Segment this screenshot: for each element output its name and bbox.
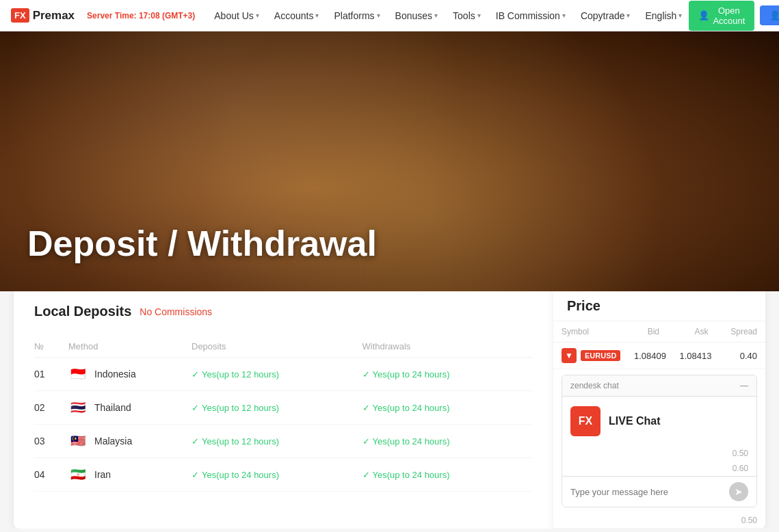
chevron-down-icon: ▾ <box>477 12 481 19</box>
chevron-down-icon: ▾ <box>626 12 630 19</box>
logo[interactable]: FX Premax <box>11 8 75 23</box>
price-col-symbol: Symbol <box>562 327 611 336</box>
nav-copytrade[interactable]: Copytrade ▾ <box>574 0 637 31</box>
nav-ib-commission[interactable]: IB Commission ▾ <box>489 0 572 31</box>
row-country: 🇹🇭 Thailand <box>68 391 192 425</box>
row-withdrawal: Yes(up to 24 hours) <box>362 391 533 425</box>
price-row-eurusd: ▼ EURUSD 1.08409 1.08413 0.40 <box>553 343 765 369</box>
chat-header: zendesk chat — <box>562 375 756 397</box>
chevron-down-icon: ▾ <box>315 12 319 19</box>
check-withdrawal-icon: Yes(up to 24 hours) <box>362 369 450 380</box>
chat-body: FX LIVE Chat <box>562 397 756 446</box>
navbar: FX Premax Server Time: 17:08 (GMT+3) Abo… <box>0 0 779 31</box>
panel-title: Local Deposits <box>34 304 131 319</box>
server-time-value: 17:08 (GMT+3) <box>139 11 195 21</box>
chat-input-row: ➤ <box>562 476 756 507</box>
spread-value: 0.40 <box>711 351 757 361</box>
col-withdrawals: Withdrawals <box>362 336 533 358</box>
table-row: 01 🇮🇩 Indonesia Yes(up to 12 hours) Yes(… <box>34 358 533 391</box>
hero-section: Deposit / Withdrawal <box>0 31 779 291</box>
logo-name: Premax <box>33 9 75 23</box>
price-col-spread: Spread <box>709 327 758 336</box>
col-deposits: Deposits <box>192 336 362 358</box>
ask-value: 1.08413 <box>666 351 712 361</box>
row-deposit: Yes(up to 12 hours) <box>192 425 362 458</box>
nav-platforms[interactable]: Platforms ▾ <box>327 0 386 31</box>
logo-fx: FX <box>11 8 29 23</box>
nav-links: About Us ▾ Accounts ▾ Platforms ▾ Bonuse… <box>207 0 689 31</box>
down-arrow-button[interactable]: ▼ <box>562 348 577 363</box>
flag-icon: 🇮🇩 <box>68 367 88 381</box>
chat-close-icon[interactable]: — <box>740 381 748 390</box>
chat-send-button[interactable]: ➤ <box>729 482 748 501</box>
nav-tools[interactable]: Tools ▾ <box>446 0 488 31</box>
chat-input[interactable] <box>570 487 729 497</box>
no-commission-badge: No Commissions <box>140 306 212 317</box>
flag-icon: 🇮🇷 <box>68 468 88 481</box>
chat-spread-2: 0.60 <box>562 461 756 476</box>
price-table-header: Symbol Bid Ask Spread <box>553 321 765 343</box>
row-num: 01 <box>34 358 68 391</box>
chevron-down-icon: ▾ <box>256 12 259 19</box>
col-no: № <box>34 336 68 358</box>
check-withdrawal-icon: Yes(up to 24 hours) <box>362 403 450 413</box>
chevron-down-icon: ▾ <box>377 12 380 19</box>
price-symbol-cell: ▼ EURUSD <box>562 348 620 363</box>
row-num: 03 <box>34 425 68 458</box>
nav-actions: 👤 Open Account 👤 Login <box>689 1 779 31</box>
chevron-down-icon: ▾ <box>678 12 682 19</box>
user-plus-icon: 👤 <box>698 10 709 21</box>
country-name: Thailand <box>94 402 131 413</box>
row-withdrawal: Yes(up to 24 hours) <box>362 458 533 492</box>
row-country: 🇮🇩 Indonesia <box>68 358 192 391</box>
server-time: Server Time: 17:08 (GMT+3) <box>87 11 195 21</box>
table-row: 04 🇮🇷 Iran Yes(up to 24 hours) Yes(up to… <box>34 458 533 492</box>
row-country: 🇲🇾 Malaysia <box>68 425 192 458</box>
row-num: 02 <box>34 391 68 425</box>
server-time-label: Server Time: <box>87 11 137 21</box>
row-num: 04 <box>34 458 68 492</box>
panel-header: Local Deposits No Commissions <box>34 304 533 319</box>
flag-icon: 🇲🇾 <box>68 434 88 448</box>
price-col-bid: Bid <box>611 327 660 336</box>
table-row: 03 🇲🇾 Malaysia Yes(up to 12 hours) Yes(u… <box>34 425 533 458</box>
check-deposit-icon: Yes(up to 24 hours) <box>192 470 279 480</box>
check-deposit-icon: Yes(up to 12 hours) <box>192 403 279 413</box>
nav-accounts[interactable]: Accounts ▾ <box>267 0 326 31</box>
check-deposit-icon: Yes(up to 12 hours) <box>192 369 279 380</box>
hero-title: Deposit / Withdrawal <box>27 223 377 264</box>
row-country: 🇮🇷 Iran <box>68 458 192 492</box>
country-name: Malaysia <box>94 436 132 447</box>
price-panel: Price Symbol Bid Ask Spread ▼ EURUSD 1.0… <box>553 284 765 529</box>
fx-logo-chat: FX <box>570 406 600 436</box>
row-withdrawal: Yes(up to 24 hours) <box>362 425 533 458</box>
live-chat-label: LIVE Chat <box>609 415 661 427</box>
nav-language[interactable]: English ▾ <box>638 0 689 31</box>
row-deposit: Yes(up to 12 hours) <box>192 391 362 425</box>
check-withdrawal-icon: Yes(up to 24 hours) <box>362 470 450 480</box>
extra-spread-1: 0.50 <box>553 513 765 529</box>
chevron-down-icon: ▾ <box>434 12 438 19</box>
open-account-button[interactable]: 👤 Open Account <box>689 1 754 31</box>
chat-header-label: zendesk chat <box>570 381 619 390</box>
price-col-ask: Ask <box>659 327 709 336</box>
col-method: Method <box>68 336 192 358</box>
chevron-down-icon: ▾ <box>562 12 566 19</box>
chat-spread-1: 0.50 <box>562 446 756 461</box>
row-withdrawal: Yes(up to 24 hours) <box>362 358 533 391</box>
check-withdrawal-icon: Yes(up to 24 hours) <box>362 436 450 447</box>
nav-about-us[interactable]: About Us ▾ <box>207 0 266 31</box>
deposit-table: № Method Deposits Withdrawals 01 🇮🇩 Indo… <box>34 336 533 492</box>
login-icon: 👤 <box>769 10 779 21</box>
nav-bonuses[interactable]: Bonuses ▾ <box>388 0 445 31</box>
table-row: 02 🇹🇭 Thailand Yes(up to 12 hours) Yes(u… <box>34 391 533 425</box>
row-deposit: Yes(up to 24 hours) <box>192 458 362 492</box>
check-deposit-icon: Yes(up to 12 hours) <box>192 436 279 447</box>
bid-value: 1.08409 <box>620 351 666 361</box>
country-name: Iran <box>94 469 111 480</box>
country-name: Indonesia <box>94 369 136 380</box>
flag-icon: 🇹🇭 <box>68 401 88 414</box>
login-button[interactable]: 👤 Login <box>760 5 779 25</box>
main-content: Local Deposits No Commissions № Method D… <box>0 284 779 529</box>
local-deposits-panel: Local Deposits No Commissions № Method D… <box>14 284 553 529</box>
